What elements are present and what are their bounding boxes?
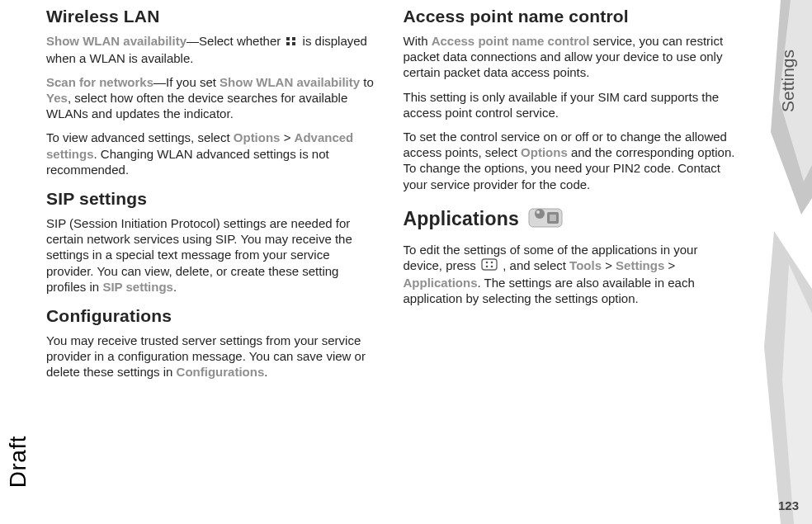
heading-apn-control: Access point name control — [404, 7, 738, 26]
svg-point-14 — [486, 262, 489, 264]
wlan-para-3: To view advanced settings, select Option… — [46, 130, 380, 177]
opt-scan-networks: Scan for networks — [46, 75, 153, 89]
side-tab-panel: Settings — [764, 0, 812, 524]
conf-para-1: You may receive trusted server settings … — [46, 333, 380, 380]
svg-rect-7 — [292, 42, 295, 45]
svg-point-17 — [491, 266, 493, 268]
draft-watermark: Draft — [5, 436, 31, 488]
apn-para-2: This setting is only available if your S… — [404, 89, 738, 120]
apn-para-3: To set the control service on or off or … — [404, 129, 738, 192]
heading-configurations: Configurations — [46, 306, 380, 326]
apn-para-1: With Access point name control service, … — [404, 33, 738, 81]
svg-rect-13 — [482, 259, 497, 270]
svg-point-16 — [486, 266, 489, 268]
svg-point-10 — [536, 210, 540, 214]
heading-sip: SIP settings — [46, 189, 380, 209]
apps-para-1: To edit the settings of some of the appl… — [404, 242, 738, 306]
heading-wireless-lan: Wireless LAN — [46, 7, 380, 26]
left-column: Wireless LAN Show WLAN availability—Sele… — [46, 7, 380, 388]
menu-key-icon — [481, 258, 498, 274]
page-content: Wireless LAN Show WLAN availability—Sele… — [0, 0, 812, 404]
right-column: Access point name control With Access po… — [404, 7, 738, 388]
svg-rect-4 — [286, 37, 290, 40]
svg-point-9 — [535, 209, 545, 219]
sip-para-1: SIP (Session Initiation Protocol) settin… — [46, 215, 380, 295]
opt-show-wlan: Show WLAN availability — [46, 34, 186, 48]
side-tab-label: Settings — [778, 50, 798, 112]
svg-rect-12 — [550, 215, 556, 221]
svg-rect-5 — [292, 37, 295, 40]
applications-icon — [527, 204, 564, 235]
heading-applications: Applications — [404, 204, 738, 235]
page-number: 123 — [778, 498, 799, 512]
svg-rect-6 — [286, 42, 290, 45]
svg-point-15 — [491, 262, 493, 264]
wlan-para-1: Show WLAN availability—Select whether is… — [46, 33, 380, 66]
wlan-indicator-icon — [286, 34, 297, 50]
wlan-para-2: Scan for networks—If you set Show WLAN a… — [46, 74, 380, 122]
